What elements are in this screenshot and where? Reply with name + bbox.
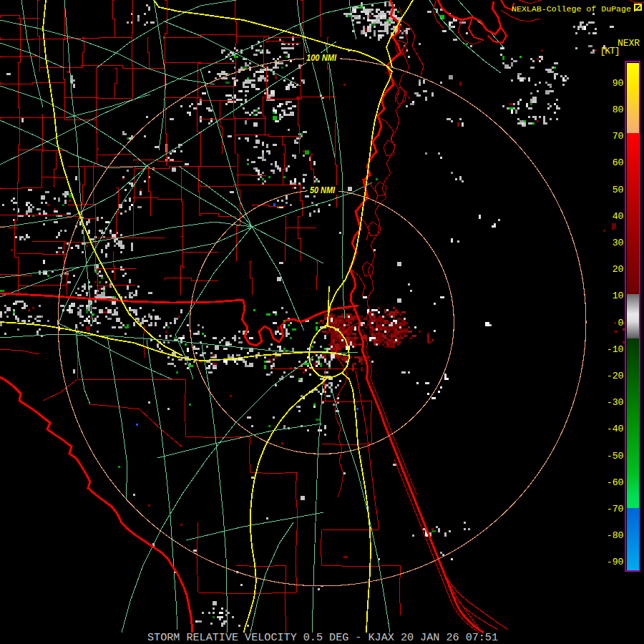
svg-text:-90: -90 [607,557,624,567]
svg-text:-40: -40 [607,424,624,434]
svg-text:80: 80 [613,104,624,115]
svg-text:-60: -60 [607,477,624,488]
svg-text:20: 20 [613,264,624,275]
svg-text:60: 60 [613,157,624,168]
svg-text:40: 40 [613,211,624,222]
svg-text:NEXLAB-College of DuPage: NEXLAB-College of DuPage [512,4,631,14]
svg-text:100 NMI: 100 NMI [306,52,336,63]
svg-text:-70: -70 [607,504,624,514]
svg-text:STORM RELATIVE VELOCITY 0.5 DE: STORM RELATIVE VELOCITY 0.5 DEG - KJAX 2… [147,632,498,643]
svg-text:-30: -30 [607,397,624,408]
svg-text:0: 0 [618,318,624,328]
svg-text:50: 50 [613,185,624,195]
svg-text:[KT]: [KT] [600,46,620,57]
svg-text:-20: -20 [607,371,624,381]
svg-text:NEXR: NEXR [618,38,640,49]
svg-text:90: 90 [613,78,624,89]
svg-text:30: 30 [613,238,624,248]
svg-text:-10: -10 [607,344,624,355]
svg-text:-80: -80 [607,530,624,541]
svg-text:-50: -50 [607,451,624,462]
svg-text:10: 10 [613,291,624,301]
svg-text:50 NMI: 50 NMI [310,185,335,195]
svg-text:70: 70 [613,131,624,142]
